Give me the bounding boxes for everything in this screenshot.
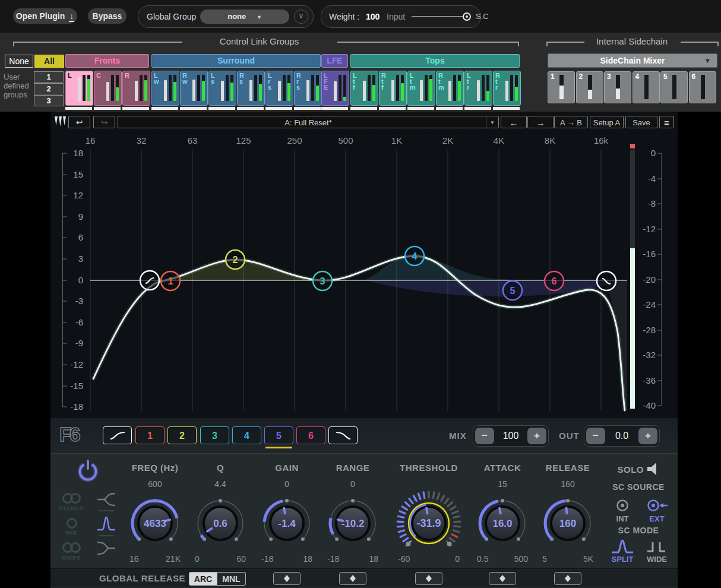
band-button-3[interactable]: 3 (200, 426, 229, 444)
channel-fader[interactable] (477, 80, 480, 101)
none-button[interactable]: None (5, 55, 33, 68)
split-mode-icon[interactable] (611, 538, 634, 554)
menu-button[interactable]: ≡ (659, 116, 674, 128)
fader-slot[interactable] (588, 75, 592, 99)
prev-preset-button[interactable]: ← (501, 116, 527, 128)
fader-slot[interactable] (672, 75, 676, 99)
user-group-2-button[interactable]: 2 (34, 83, 64, 94)
fader-slot[interactable] (616, 75, 620, 99)
band-power-button[interactable] (72, 457, 103, 485)
channel-L[interactable]: L (65, 71, 93, 106)
open-plugin-button[interactable]: Open Plugin ↓ (13, 8, 77, 24)
channel-fader[interactable] (192, 80, 195, 101)
gain-knob[interactable]: GAIN0-1.4-1818 (257, 454, 317, 568)
eq-node-4[interactable]: 4 (405, 246, 424, 265)
channel-Lrs[interactable]: L r s (265, 71, 293, 106)
sidechain-mixer-select[interactable]: SideChain Mixer ▼ (548, 53, 717, 68)
out-plus-button[interactable]: + (638, 428, 657, 444)
group-header-tops[interactable]: Tops (350, 54, 520, 68)
channel-fader[interactable] (448, 81, 451, 101)
out-value[interactable]: 0.0 (606, 428, 638, 444)
fader-cap[interactable] (559, 86, 564, 99)
a-to-b-button[interactable]: A → B (554, 116, 588, 128)
channel-R[interactable]: R (122, 71, 150, 106)
mix-minus-button[interactable]: − (475, 428, 494, 444)
channel-fader[interactable] (135, 81, 138, 101)
channel-Ls[interactable]: L s (208, 71, 236, 106)
user-group-1-button[interactable]: 1 (34, 71, 64, 83)
mix-plus-button[interactable]: + (527, 428, 546, 444)
band-button-2[interactable]: 2 (167, 426, 197, 444)
split-mode-button[interactable]: SPLIT (611, 555, 634, 564)
save-button[interactable]: Save (625, 116, 657, 128)
channel-fader[interactable] (363, 81, 366, 101)
channel-fader[interactable] (420, 80, 423, 101)
eq-graph[interactable]: 1632631252505001K2K4K8K16k1815129630-3-6… (50, 132, 678, 423)
sidechain-fader-1[interactable]: 1 (548, 71, 575, 103)
eq-node-1[interactable]: 1 (161, 271, 180, 290)
solo-speaker-icon[interactable] (647, 463, 660, 475)
channel-fader[interactable] (391, 80, 394, 101)
band-button-4[interactable]: 4 (232, 426, 261, 444)
sidechain-fader-3[interactable]: 3 (604, 71, 631, 103)
eq-node-3[interactable]: 3 (313, 271, 332, 290)
channel-Ltr[interactable]: L t r (464, 71, 492, 106)
channel-Rtf[interactable]: R t f (379, 71, 407, 106)
band-button-lp[interactable] (328, 426, 358, 444)
channel-Ltm[interactable]: L t m (407, 71, 435, 106)
channel-fader[interactable] (106, 82, 109, 101)
out-minus-button[interactable]: − (586, 428, 605, 444)
channel-fader[interactable] (306, 80, 309, 101)
global-group-select[interactable]: none ▼ (200, 10, 289, 24)
next-preset-button[interactable]: → (527, 116, 554, 128)
group-header-fronts[interactable]: Fronts (65, 54, 149, 68)
attack-stepper[interactable] (489, 572, 516, 585)
channel-Lw[interactable]: L w (151, 71, 179, 106)
eq-node-lp[interactable] (597, 271, 616, 290)
attack-knob[interactable]: ATTACK1516.00.5500 (473, 454, 532, 568)
band-button-hp[interactable] (103, 426, 132, 444)
sidechain-fader-6[interactable]: 6 (689, 71, 716, 103)
shelf-filter-icon-2[interactable] (96, 540, 116, 556)
gain-stepper[interactable] (273, 572, 301, 585)
sc-ext-icon[interactable] (646, 499, 669, 512)
sc-int-icon[interactable] (614, 499, 631, 512)
shelf-filter-icon[interactable] (96, 492, 116, 507)
channel-Rw[interactable]: R w (180, 71, 208, 106)
q-knob[interactable]: Q4.40.6060 (191, 454, 250, 568)
channel-fader[interactable] (334, 81, 337, 101)
threshold-stepper[interactable] (415, 572, 442, 585)
channel-Rrs[interactable]: R r s (294, 71, 322, 106)
input-slider-thumb[interactable] (463, 12, 471, 21)
preset-dropdown-icon[interactable]: ▼ (486, 116, 498, 129)
stereo-icon[interactable] (61, 492, 83, 505)
channel-fader[interactable] (221, 81, 224, 101)
eq-node-6[interactable]: 6 (545, 271, 564, 290)
weight-value[interactable]: 100 (366, 6, 380, 27)
bypass-button[interactable]: Bypass (88, 8, 127, 24)
channel-C[interactable]: C (94, 71, 122, 106)
input-slider-track[interactable] (412, 16, 471, 17)
channel-fader[interactable] (278, 81, 281, 101)
mnl-toggle[interactable]: MNL (217, 572, 246, 586)
all-button[interactable]: All (34, 55, 64, 68)
redo-button[interactable]: ↪ (93, 116, 115, 128)
range-stepper[interactable] (339, 572, 366, 585)
channel-Rs[interactable]: R s (237, 71, 265, 106)
band-button-6[interactable]: 6 (296, 426, 325, 444)
sc-ext-button[interactable]: EXT (644, 514, 670, 523)
eq-node-2[interactable]: 2 (226, 250, 245, 269)
release-stepper[interactable] (554, 572, 581, 585)
fader-slot[interactable] (644, 75, 649, 99)
channel-Rtm[interactable]: R t m (436, 71, 464, 106)
channel-fader[interactable] (505, 81, 508, 101)
sides-icon[interactable] (62, 541, 82, 554)
fader-slot[interactable] (559, 75, 564, 99)
mid-icon[interactable] (64, 517, 80, 529)
freq-knob[interactable]: FREQ (Hz)60046331621K (125, 454, 185, 568)
eq-node-5[interactable]: 5 (503, 281, 522, 300)
sidechain-fader-5[interactable]: 5 (660, 71, 688, 103)
band-button-5[interactable]: 5 (264, 426, 293, 444)
bell-filter-icon[interactable] (96, 514, 116, 533)
sidechain-fader-2[interactable]: 2 (576, 71, 603, 103)
